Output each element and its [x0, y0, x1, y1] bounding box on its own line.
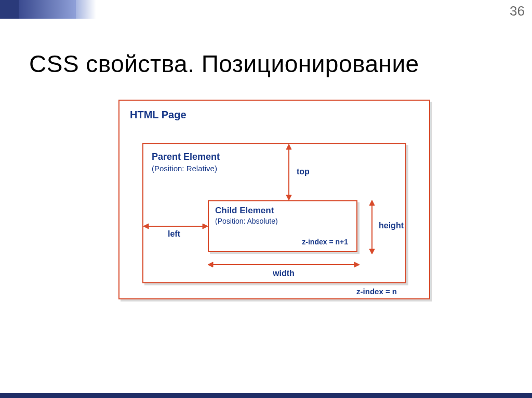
child-zindex: z-index = n+1	[302, 238, 348, 246]
html-page-label: HTML Page	[130, 109, 187, 121]
footer-bar	[0, 393, 532, 398]
arrow-width	[208, 259, 360, 270]
page-number: 36	[510, 3, 525, 19]
label-top: top	[295, 167, 311, 176]
svg-marker-1	[286, 144, 291, 149]
child-subtitle: (Position: Absolute)	[215, 217, 278, 225]
child-element-box: Child Element (Position: Absolute) z-ind…	[208, 200, 357, 252]
label-left: left	[166, 229, 182, 239]
svg-marker-8	[369, 249, 375, 254]
slide-title: CSS свойства. Позиционирование	[29, 50, 419, 78]
header-decor	[0, 0, 96, 19]
label-height: height	[377, 221, 405, 230]
child-title: Child Element	[215, 205, 274, 216]
svg-marker-10	[208, 262, 213, 267]
svg-marker-11	[354, 262, 360, 267]
arrow-height	[367, 200, 377, 254]
html-page-box: HTML Page Parent Element (Position: Rela…	[118, 100, 430, 299]
svg-marker-5	[203, 224, 208, 229]
label-width: width	[271, 269, 296, 278]
svg-marker-4	[143, 224, 149, 229]
parent-element-box: Parent Element (Position: Relative) top …	[142, 143, 406, 283]
arrow-top	[284, 144, 294, 200]
svg-marker-2	[286, 195, 291, 200]
parent-subtitle: (Position: Relative)	[152, 164, 217, 173]
parent-zindex: z-index = n	[356, 287, 397, 296]
svg-marker-7	[369, 200, 375, 205]
parent-title: Parent Element	[152, 152, 220, 162]
